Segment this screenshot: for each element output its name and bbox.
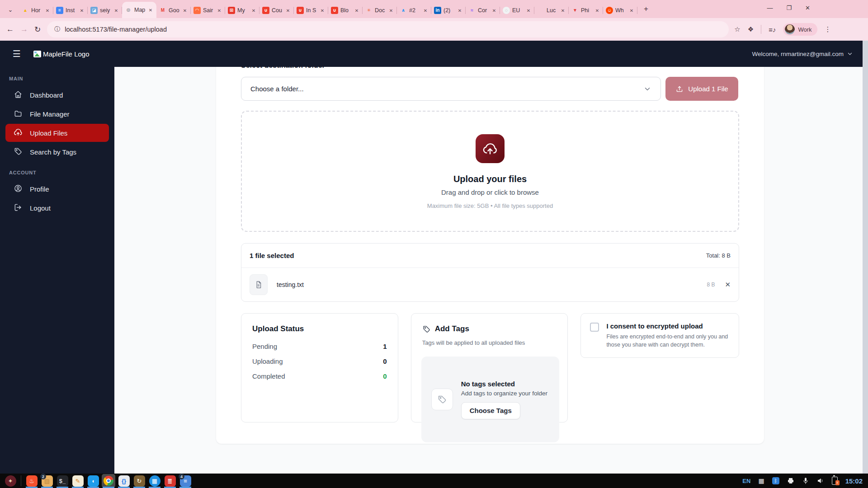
minimize-icon[interactable]: —: [767, 5, 773, 11]
browser-tab-map[interactable]: ◍Map✕: [122, 2, 156, 18]
dropzone[interactable]: Upload your files Drag and drop or click…: [241, 111, 739, 232]
sidebar-item-dashboard[interactable]: Dashboard: [5, 86, 109, 104]
braces-app-icon-glyph: {}: [118, 475, 130, 487]
status-row-uploading: Uploading0: [252, 357, 387, 365]
tab-close-icon[interactable]: ✕: [44, 8, 51, 13]
tab-close-icon[interactable]: ✕: [628, 8, 635, 13]
tab-close-icon[interactable]: ✕: [594, 8, 600, 13]
browser-tab-sair[interactable]: ◠Sair✕: [191, 3, 225, 18]
browser-tab-blo[interactable]: ∪Blo✕: [328, 3, 363, 18]
browser-tab-luc[interactable]: Luc✕: [534, 3, 569, 18]
tasks-app-icon[interactable]: 4≡: [178, 474, 193, 488]
avatar: [785, 24, 795, 34]
browser-tab-doc[interactable]: ✳Doc✕: [363, 3, 397, 18]
sidebar-item-file-manager[interactable]: File Manager: [5, 105, 109, 123]
sidebar-item-logout[interactable]: Logout: [5, 199, 109, 217]
files-app-icon[interactable]: 2▨: [39, 474, 55, 488]
tab-close-icon[interactable]: ✕: [182, 8, 188, 13]
docker-app-icon[interactable]: ▦: [147, 474, 162, 488]
sidebar-item-upload-files[interactable]: Upload Files: [5, 124, 109, 142]
upload-status-card: Upload Status Pending1Uploading0Complete…: [241, 313, 398, 422]
no-tags-title: No tags selected: [461, 380, 547, 388]
sidebar-item-profile[interactable]: Profile: [5, 180, 109, 198]
tab-close-icon[interactable]: ✕: [216, 8, 222, 13]
browser-tab-in-s[interactable]: ∪In S✕: [294, 3, 328, 18]
microphone-icon[interactable]: [802, 477, 809, 484]
tab-close-icon[interactable]: ✕: [491, 8, 497, 13]
tab-search-button[interactable]: ⌄: [5, 4, 16, 15]
new-tab-button[interactable]: +: [640, 3, 652, 15]
tab-close-icon[interactable]: ✕: [319, 8, 326, 13]
keyboard-layout-indicator[interactable]: EN: [742, 478, 750, 484]
consent-checkbox[interactable]: [590, 323, 599, 332]
playlist-icon[interactable]: ≡♪: [769, 26, 776, 33]
torrent-app-icon[interactable]: ≣: [162, 474, 178, 488]
tab-close-icon[interactable]: ✕: [388, 8, 394, 13]
menu-dots-icon[interactable]: ⋮: [825, 25, 831, 33]
browser-tab-eu[interactable]: ◌EU✕: [500, 3, 534, 18]
flame-app-icon[interactable]: ♨: [24, 474, 39, 488]
tab-close-icon[interactable]: ✕: [113, 8, 119, 13]
bluetooth-icon[interactable]: ᛒ: [772, 477, 779, 484]
browser-tab-wh[interactable]: ☺Wh✕: [603, 3, 637, 18]
tab-close-icon[interactable]: ✕: [457, 8, 463, 13]
v-bird-icon: ▼: [571, 7, 579, 14]
tab-close-icon[interactable]: ✕: [422, 8, 429, 13]
upload-file-button[interactable]: Upload 1 File: [665, 77, 738, 101]
tab-close-icon[interactable]: ✕: [525, 8, 532, 13]
browser-tab-my[interactable]: ⊞My✕: [225, 3, 259, 18]
back-icon[interactable]: ←: [6, 25, 14, 34]
browser-tab-hor[interactable]: ▲Hor✕: [19, 3, 53, 18]
refresh-icon[interactable]: ↻: [34, 25, 41, 34]
restore-icon[interactable]: ❐: [786, 5, 792, 11]
reddit-icon: ☺: [606, 7, 613, 14]
braces-app-icon[interactable]: {}: [116, 474, 132, 488]
sync-app-icon[interactable]: ↻: [132, 474, 147, 488]
tab-close-icon[interactable]: ✕: [250, 8, 257, 13]
status-value: 1: [383, 343, 387, 350]
browser-tab-seiy[interactable]: ◪seiy✕: [88, 3, 122, 18]
speaker-icon[interactable]: [817, 477, 824, 484]
remove-file-icon[interactable]: ✕: [725, 281, 731, 289]
profile-button[interactable]: Work: [783, 23, 817, 36]
folder-select[interactable]: Choose a folder...: [241, 77, 661, 101]
address-bar[interactable]: ⓘ localhost:5173/file-manager/upload: [47, 21, 729, 38]
choose-tags-button[interactable]: Choose Tags: [461, 402, 520, 419]
extensions-icon[interactable]: ❖: [748, 25, 754, 33]
browser-tab-inst[interactable]: ≡Inst✕: [53, 3, 88, 18]
browser-tab-cou[interactable]: ∪Cou✕: [259, 3, 294, 18]
forward-icon[interactable]: →: [20, 25, 28, 34]
blue-wolf-app-icon[interactable]: ◖: [85, 474, 101, 488]
tab-close-icon[interactable]: ✕: [354, 8, 360, 13]
tab-title: Inst: [66, 7, 79, 14]
tab-close-icon[interactable]: ✕: [147, 8, 154, 13]
browser-tab-cor[interactable]: ≈Cor✕: [466, 3, 500, 18]
site-info-icon[interactable]: ⓘ: [54, 25, 60, 33]
browser-tab-phi[interactable]: ▼Phi✕: [569, 3, 603, 18]
docker-tray-icon[interactable]: ▦: [758, 477, 764, 484]
bookmark-star-icon[interactable]: ☆: [734, 25, 740, 33]
tab-close-icon[interactable]: ✕: [79, 8, 85, 13]
hamburger-menu-icon[interactable]: ☰: [13, 48, 21, 59]
battery-icon[interactable]: !: [832, 477, 838, 485]
page-scrollbar[interactable]: [863, 41, 868, 474]
tab-title: Cou: [272, 7, 285, 14]
browser-tab-2[interactable]: ∧#2✕: [397, 3, 431, 18]
docs-icon: ≡: [56, 7, 63, 14]
browser-tab-2[interactable]: in(2)✕: [431, 3, 466, 18]
cloud-upload-icon: [482, 141, 498, 156]
terminal-app-icon[interactable]: $_: [55, 474, 70, 488]
tab-close-icon[interactable]: ✕: [285, 8, 291, 13]
close-icon[interactable]: ✕: [805, 5, 810, 11]
maplefile-launcher-icon[interactable]: ✦: [3, 474, 18, 488]
notes-app-icon[interactable]: ✎: [70, 474, 85, 488]
add-tags-title: Add Tags: [435, 324, 469, 333]
printer-icon[interactable]: [787, 477, 794, 484]
account-menu[interactable]: Welcome, rnmartinez@gmail.com: [752, 51, 853, 57]
chrome-app-icon[interactable]: [101, 474, 116, 488]
tag-placeholder-box: [431, 389, 453, 410]
sidebar-item-search-by-tags[interactable]: Search by Tags: [5, 143, 109, 161]
browser-tab-goo[interactable]: MGoo✕: [156, 3, 191, 18]
tab-close-icon[interactable]: ✕: [560, 8, 566, 13]
status-value: 0: [383, 372, 387, 380]
